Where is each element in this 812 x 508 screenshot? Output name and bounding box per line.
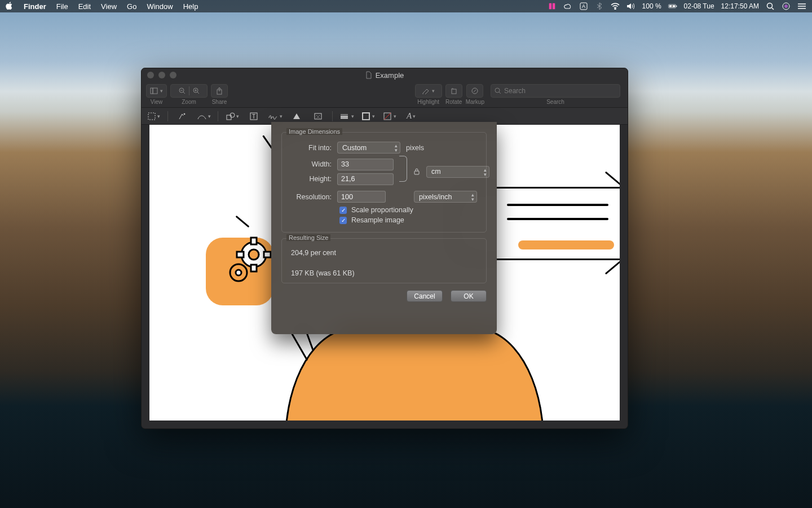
spotlight-icon[interactable] <box>766 2 775 11</box>
illustration <box>507 218 608 220</box>
titlebar[interactable]: Example <box>142 68 628 82</box>
wifi-icon[interactable] <box>611 2 620 11</box>
window-title: Example <box>376 71 404 80</box>
shapes-icon[interactable]: ▾ <box>225 111 240 122</box>
ok-button[interactable]: OK <box>451 290 487 302</box>
resolution-unit-select[interactable]: pixels/inch ▴▾ <box>414 191 477 203</box>
menu-go[interactable]: Go <box>127 2 136 11</box>
border-color-icon[interactable]: ▾ <box>361 111 376 122</box>
share-button[interactable] <box>211 84 228 98</box>
font-style-icon[interactable]: A▾ <box>404 111 418 122</box>
preview-window: Example ▾ View Zoom Share <box>141 68 628 429</box>
fill-color-icon[interactable]: ▾ <box>382 111 397 122</box>
svg-rect-1 <box>552 3 554 10</box>
svg-line-40 <box>384 113 391 120</box>
svg-rect-6 <box>676 6 677 7</box>
apple-logo-icon[interactable] <box>6 2 14 11</box>
toolbar: ▾ View Zoom Share ▾ Highlight <box>142 82 628 108</box>
result-percent: 204,9 per cent <box>291 249 479 257</box>
resolution-input[interactable]: 100 <box>337 191 386 203</box>
height-input[interactable]: 21,6 <box>337 173 394 185</box>
zoom-buttons[interactable] <box>170 84 208 98</box>
svg-rect-38 <box>363 113 369 120</box>
resulting-size-panel: Resulting Size 204,9 per cent 197 KB (wa… <box>281 238 487 283</box>
svg-point-8 <box>767 3 773 8</box>
creative-cloud-icon[interactable] <box>563 2 572 11</box>
menu-edit[interactable]: Edit <box>78 2 91 11</box>
menu-view[interactable]: View <box>101 2 117 11</box>
illustration <box>605 171 620 187</box>
illustration <box>518 240 614 249</box>
highlight-button[interactable]: ▾ <box>415 84 442 98</box>
svg-line-22 <box>197 92 199 94</box>
svg-line-18 <box>183 92 185 94</box>
markup-button[interactable] <box>466 84 483 98</box>
lock-aspect-icon[interactable] <box>413 168 421 176</box>
rotate-button[interactable] <box>445 84 462 98</box>
svg-point-42 <box>249 249 259 260</box>
instant-alpha-icon[interactable] <box>175 111 189 122</box>
search-input[interactable]: Search <box>491 84 620 98</box>
line-style-icon[interactable]: ▾ <box>339 111 354 122</box>
menubar-date[interactable]: 02-08 Tue <box>684 2 714 10</box>
volume-icon[interactable] <box>626 2 636 11</box>
input-source-icon[interactable]: A <box>579 2 588 11</box>
view-label: View <box>151 99 163 105</box>
svg-rect-46 <box>264 252 271 257</box>
resolution-label: Resolution: <box>289 193 332 201</box>
menu-help[interactable]: Help <box>183 2 198 11</box>
control-center-icon[interactable] <box>797 2 806 11</box>
menubar-time[interactable]: 12:17:50 AM <box>721 2 759 10</box>
checkmark-icon: ✓ <box>339 217 347 224</box>
zoom-label: Zoom <box>182 99 196 105</box>
rotate-label: Rotate <box>445 99 462 105</box>
height-label: Height: <box>289 175 332 183</box>
status-app-icon[interactable] <box>548 2 557 11</box>
app-name[interactable]: Finder <box>24 2 46 11</box>
sign-icon[interactable]: ▾ <box>268 111 283 122</box>
siri-icon[interactable] <box>782 2 791 11</box>
battery-percent[interactable]: 100 % <box>642 2 661 10</box>
illustration <box>605 259 620 274</box>
menu-window[interactable]: Window <box>147 2 173 11</box>
share-label: Share <box>212 99 227 105</box>
svg-rect-44 <box>251 265 257 271</box>
illustration <box>236 216 250 228</box>
search-placeholder: Search <box>504 87 526 95</box>
adjust-color-icon[interactable] <box>289 111 304 122</box>
fit-into-select[interactable]: Custom ▴▾ <box>337 142 400 154</box>
text-icon[interactable]: T <box>246 111 261 122</box>
svg-rect-45 <box>237 252 244 257</box>
document-icon <box>365 71 372 79</box>
menu-file[interactable]: File <box>56 2 68 11</box>
svg-rect-43 <box>251 238 257 244</box>
illustration <box>285 328 544 421</box>
resample-image-checkbox[interactable]: ✓ Resample image <box>339 216 479 224</box>
zoom-out-icon[interactable] <box>179 87 186 94</box>
view-button[interactable]: ▾ <box>146 84 167 98</box>
fit-into-value: Custom <box>342 144 367 152</box>
search-icon <box>495 87 501 94</box>
zoom-in-icon[interactable] <box>193 87 200 94</box>
svg-rect-0 <box>549 3 551 10</box>
svg-text:A: A <box>582 3 585 9</box>
markup-label: Markup <box>466 99 484 105</box>
selection-tool-icon[interactable]: ▾ <box>146 111 161 122</box>
bluetooth-icon[interactable] <box>595 2 604 11</box>
svg-rect-14 <box>151 88 153 94</box>
illustration <box>290 331 308 361</box>
scale-proportionally-checkbox[interactable]: ✓ Scale proportionally <box>339 206 479 214</box>
cancel-button[interactable]: Cancel <box>407 290 443 302</box>
svg-rect-34 <box>315 113 321 119</box>
battery-icon[interactable] <box>668 2 677 11</box>
dimension-unit-select[interactable]: cm ▴▾ <box>426 166 489 178</box>
resolution-value: 100 <box>341 193 353 201</box>
illustration <box>507 204 608 206</box>
svg-rect-24 <box>452 89 456 94</box>
svg-point-10 <box>784 5 788 8</box>
search-label: Search <box>546 99 564 105</box>
width-input[interactable]: 33 <box>337 159 394 170</box>
draw-icon[interactable]: ▾ <box>196 111 211 122</box>
adjust-size-icon[interactable] <box>311 111 325 122</box>
svg-text:T: T <box>252 113 255 120</box>
